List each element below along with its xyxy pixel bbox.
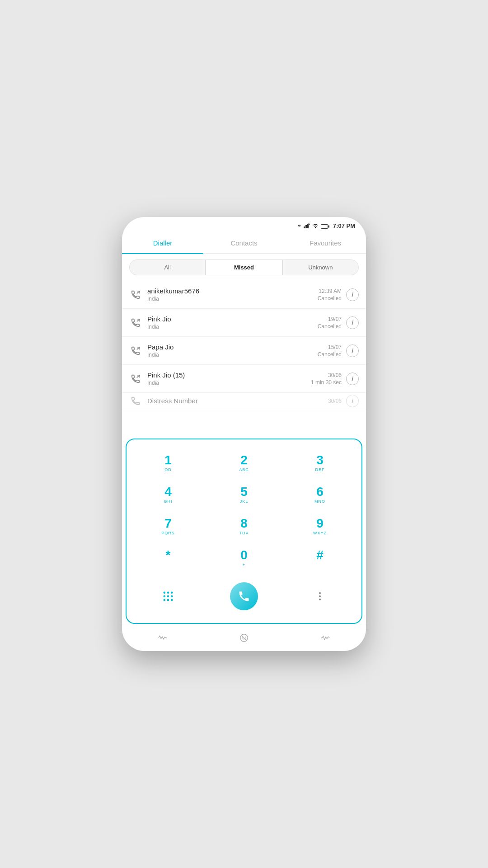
call-name: Pink Jio	[147, 315, 318, 323]
dial-key-5[interactable]: 5 JKL	[207, 480, 281, 510]
status-time: 7:07 PM	[333, 222, 355, 229]
svg-point-17	[167, 592, 169, 594]
call-meta: 15/07 Cancelled	[318, 344, 342, 358]
call-time: 19/07	[318, 316, 342, 322]
dial-key-1[interactable]: 1 OD	[131, 448, 205, 478]
info-button[interactable]: i	[346, 373, 359, 385]
dial-key-2[interactable]: 2 ABC	[207, 448, 281, 478]
status-bar: ⚭ 7:07 PM	[122, 217, 366, 233]
filter-row: All Missed Unknown	[122, 254, 366, 281]
call-item[interactable]: Papa Jio India 15/07 Cancelled i	[122, 337, 366, 365]
phone-frame: ⚭ 7:07 PM Dialler Contacts Favourites Al…	[122, 217, 366, 651]
info-button[interactable]: i	[346, 288, 359, 301]
signal-icon	[304, 223, 310, 229]
call-location: India	[147, 352, 318, 358]
dial-key-star[interactable]: *	[131, 543, 205, 573]
call-details: Distress Number	[147, 397, 328, 405]
tab-dialler[interactable]: Dialler	[122, 233, 203, 253]
call-name: aniketkumar5676	[147, 287, 318, 295]
outgoing-call-icon	[129, 288, 142, 301]
svg-point-25	[319, 592, 321, 594]
tab-favourites[interactable]: Favourites	[285, 233, 366, 253]
call-location: India	[147, 296, 318, 302]
battery-icon	[321, 223, 328, 228]
dial-key-9[interactable]: 9 WXYZ	[283, 512, 357, 542]
call-status: Cancelled	[318, 351, 342, 358]
call-status: Cancelled	[318, 323, 342, 330]
call-button[interactable]	[207, 577, 281, 616]
filter-unknown[interactable]: Unknown	[282, 259, 359, 275]
filter-all[interactable]: All	[129, 259, 206, 275]
call-item[interactable]: Pink Jio India 19/07 Cancelled i	[122, 309, 366, 337]
dialpad-overlay: 1 OD 2 ABC 3 DEF 4 GHI 5 JKL 6 MNO	[126, 439, 362, 624]
svg-point-18	[171, 592, 173, 594]
call-details: Pink Jio India	[147, 315, 318, 330]
call-details: Papa Jio India	[147, 343, 318, 358]
dialpad-actions-row	[131, 577, 357, 616]
dial-key-7[interactable]: 7 PQRS	[131, 512, 205, 542]
call-time: 30/06	[328, 398, 342, 404]
outgoing-call-icon	[129, 395, 142, 407]
svg-point-21	[171, 595, 173, 598]
call-time: 30/06	[311, 372, 342, 378]
svg-rect-0	[304, 226, 305, 228]
call-status: 1 min 30 sec	[311, 379, 342, 386]
call-details: Pink Jio (15) India	[147, 371, 311, 386]
dial-key-4[interactable]: 4 GHI	[131, 480, 205, 510]
call-item[interactable]: Distress Number 30/06 i	[122, 393, 366, 409]
svg-line-6	[137, 291, 140, 293]
outgoing-call-icon	[129, 373, 142, 385]
call-time: 12:39 AM	[318, 288, 342, 294]
call-meta: 30/06 1 min 30 sec	[311, 372, 342, 386]
dial-key-0[interactable]: 0 +	[207, 543, 281, 573]
wifi-icon	[312, 223, 319, 229]
call-name: Papa Jio	[147, 343, 318, 351]
filter-missed[interactable]: Missed	[206, 259, 282, 275]
info-button[interactable]: i	[346, 344, 359, 357]
call-name: Distress Number	[147, 397, 328, 405]
dialpad-grid: 1 OD 2 ABC 3 DEF 4 GHI 5 JKL 6 MNO	[131, 448, 357, 573]
call-item[interactable]: Pink Jio (15) India 30/06 1 min 30 sec i	[122, 365, 366, 393]
svg-point-23	[167, 599, 169, 601]
call-time: 15/07	[318, 344, 342, 350]
call-location: India	[147, 380, 311, 386]
dial-key-hash[interactable]: #	[283, 543, 357, 573]
info-button[interactable]: i	[346, 316, 359, 329]
nav-microphone-off[interactable]	[239, 633, 249, 643]
call-item[interactable]: aniketkumar5676 India 12:39 AM Cancelled…	[122, 281, 366, 309]
call-meta: 12:39 AM Cancelled	[318, 288, 342, 302]
call-meta: 30/06	[328, 398, 342, 404]
nav-waveform-right[interactable]	[320, 633, 330, 643]
svg-point-24	[171, 599, 173, 601]
call-location: India	[147, 324, 318, 330]
call-dial-btn[interactable]	[230, 582, 258, 610]
tab-contacts[interactable]: Contacts	[203, 233, 285, 253]
dial-key-3[interactable]: 3 DEF	[283, 448, 357, 478]
svg-point-26	[319, 595, 321, 597]
call-status: Cancelled	[318, 295, 342, 302]
bluetooth-icon: ⚭	[297, 223, 301, 229]
app-tabs: Dialler Contacts Favourites	[122, 233, 366, 254]
svg-point-20	[167, 595, 169, 598]
svg-rect-2	[307, 224, 309, 228]
more-options-button[interactable]	[283, 585, 357, 607]
svg-line-3	[309, 223, 310, 225]
svg-point-27	[319, 599, 321, 600]
svg-point-19	[164, 595, 166, 598]
dial-key-6[interactable]: 6 MNO	[283, 480, 357, 510]
bottom-nav	[122, 624, 366, 651]
svg-point-22	[164, 599, 166, 601]
outgoing-call-icon	[129, 344, 142, 357]
svg-rect-1	[305, 225, 307, 228]
svg-line-29	[242, 635, 247, 640]
nav-waveform-left[interactable]	[158, 633, 168, 643]
svg-line-9	[137, 319, 140, 321]
svg-line-15	[137, 375, 140, 377]
info-button[interactable]: i	[346, 395, 359, 407]
dialpad-grid-button[interactable]	[131, 585, 205, 608]
status-icons: ⚭ 7:07 PM	[297, 222, 355, 229]
svg-point-16	[164, 592, 166, 594]
outgoing-call-icon	[129, 316, 142, 329]
svg-line-12	[137, 347, 140, 349]
dial-key-8[interactable]: 8 TUV	[207, 512, 281, 542]
